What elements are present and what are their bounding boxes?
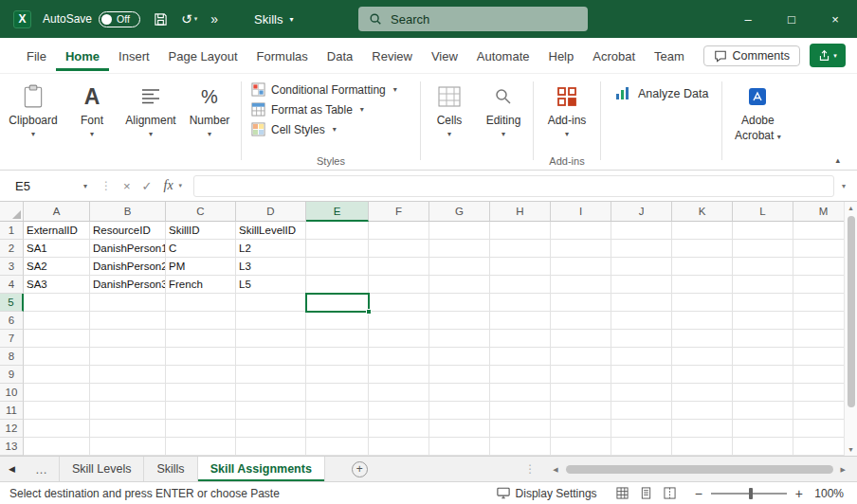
more-commands-button[interactable]: »: [210, 11, 218, 27]
share-button[interactable]: ▾: [810, 44, 846, 67]
cell-h12[interactable]: [490, 420, 551, 438]
cell-h7[interactable]: [490, 330, 551, 348]
editing-group-button[interactable]: Editing ▾: [476, 74, 531, 170]
active-cell-selection[interactable]: [305, 293, 370, 313]
cell-k12[interactable]: [672, 420, 733, 438]
cell-f5[interactable]: [369, 294, 429, 312]
cell-h2[interactable]: [490, 240, 551, 258]
cell-b9[interactable]: [90, 366, 166, 384]
cell-i7[interactable]: [551, 330, 611, 348]
cell-j4[interactable]: [611, 276, 672, 294]
cell-e12[interactable]: [306, 420, 369, 438]
cell-i1[interactable]: [551, 222, 611, 240]
column-header-f[interactable]: F: [369, 202, 429, 222]
horizontal-scroll-thumb[interactable]: [566, 465, 833, 474]
cell-h4[interactable]: [490, 276, 551, 294]
cell-l8[interactable]: [733, 348, 793, 366]
row-header-11[interactable]: 11: [0, 402, 24, 420]
adobe-acrobat-button[interactable]: Adobe Acrobat ▾: [724, 74, 791, 170]
cell-l13[interactable]: [733, 438, 793, 456]
cell-d8[interactable]: [236, 348, 306, 366]
cell-j9[interactable]: [611, 366, 672, 384]
search-box[interactable]: Search: [358, 7, 588, 31]
cell-b13[interactable]: [90, 438, 166, 456]
row-header-6[interactable]: 6: [0, 312, 24, 330]
formula-bar-expand-icon[interactable]: ▾: [842, 182, 846, 190]
cell-c1[interactable]: SkillID: [166, 222, 236, 240]
column-header-a[interactable]: A: [24, 202, 90, 222]
cell-f2[interactable]: [369, 240, 429, 258]
cells-group-button[interactable]: Cells ▾: [423, 74, 476, 170]
worksheet-grid[interactable]: ABCDEFGHIJKLM1ExternalIDResourceIDSkillI…: [0, 202, 844, 456]
autosave-control[interactable]: AutoSave Off: [43, 11, 140, 27]
cell-b4[interactable]: DanishPerson3: [90, 276, 166, 294]
cell-g13[interactable]: [429, 438, 490, 456]
insert-function-dropdown-icon[interactable]: ▾: [179, 182, 183, 189]
cell-g5[interactable]: [429, 294, 490, 312]
cell-e2[interactable]: [306, 240, 369, 258]
cell-c13[interactable]: [166, 438, 236, 456]
name-box[interactable]: E5 ▾: [0, 179, 95, 193]
cell-d10[interactable]: [236, 384, 306, 402]
cell-e13[interactable]: [306, 438, 369, 456]
cell-e3[interactable]: [306, 258, 369, 276]
cell-j13[interactable]: [611, 438, 672, 456]
cell-e6[interactable]: [306, 312, 369, 330]
cell-c5[interactable]: [166, 294, 236, 312]
cell-g1[interactable]: [429, 222, 490, 240]
cell-g12[interactable]: [429, 420, 490, 438]
cell-b6[interactable]: [90, 312, 166, 330]
cell-d6[interactable]: [236, 312, 306, 330]
cell-i6[interactable]: [551, 312, 611, 330]
cell-c12[interactable]: [166, 420, 236, 438]
cell-styles-button[interactable]: Cell Styles ▾: [251, 122, 414, 136]
name-box-dropdown-icon[interactable]: ▾: [83, 182, 87, 190]
zoom-slider[interactable]: [711, 493, 787, 495]
cell-k3[interactable]: [672, 258, 733, 276]
ribbon-tab-page-layout[interactable]: Page Layout: [159, 41, 247, 71]
normal-view-button[interactable]: [616, 487, 629, 499]
cell-a11[interactable]: [24, 402, 90, 420]
row-header-5[interactable]: 5: [0, 294, 24, 312]
row-header-8[interactable]: 8: [0, 348, 24, 366]
column-header-m[interactable]: M: [793, 202, 844, 222]
format-as-table-button[interactable]: Format as Table ▾: [251, 102, 414, 117]
cell-j7[interactable]: [611, 330, 672, 348]
select-all-button[interactable]: [0, 202, 24, 222]
cell-i5[interactable]: [551, 294, 611, 312]
ribbon-tab-team[interactable]: Team: [645, 41, 694, 71]
formula-input[interactable]: [193, 175, 834, 197]
cell-f3[interactable]: [369, 258, 429, 276]
cell-l11[interactable]: [733, 402, 793, 420]
column-header-e[interactable]: E: [306, 202, 369, 222]
tab-splitter-icon[interactable]: ⋮: [524, 462, 536, 476]
cell-i3[interactable]: [551, 258, 611, 276]
cell-f13[interactable]: [369, 438, 429, 456]
cell-g6[interactable]: [429, 312, 490, 330]
row-header-12[interactable]: 12: [0, 420, 24, 438]
cell-k7[interactable]: [672, 330, 733, 348]
cell-m8[interactable]: [793, 348, 844, 366]
cell-b5[interactable]: [90, 294, 166, 312]
column-header-l[interactable]: L: [733, 202, 793, 222]
cell-l6[interactable]: [733, 312, 793, 330]
font-group-button[interactable]: A Font ▾: [63, 74, 121, 170]
horizontal-scrollbar[interactable]: [566, 464, 833, 474]
column-header-j[interactable]: J: [611, 202, 672, 222]
cell-k13[interactable]: [672, 438, 733, 456]
column-header-d[interactable]: D: [236, 202, 306, 222]
cell-b10[interactable]: [90, 384, 166, 402]
cell-d2[interactable]: L2: [236, 240, 306, 258]
cell-d3[interactable]: L3: [236, 258, 306, 276]
row-header-7[interactable]: 7: [0, 330, 24, 348]
maximize-button[interactable]: □: [770, 0, 813, 38]
cell-m9[interactable]: [793, 366, 844, 384]
row-header-9[interactable]: 9: [0, 366, 24, 384]
column-header-h[interactable]: H: [490, 202, 551, 222]
excel-logo-icon[interactable]: X: [13, 10, 31, 28]
cell-i4[interactable]: [551, 276, 611, 294]
vertical-scrollbar[interactable]: ▲ ▼: [844, 202, 857, 456]
cell-k11[interactable]: [672, 402, 733, 420]
cell-f7[interactable]: [369, 330, 429, 348]
page-break-view-button[interactable]: [664, 487, 676, 499]
